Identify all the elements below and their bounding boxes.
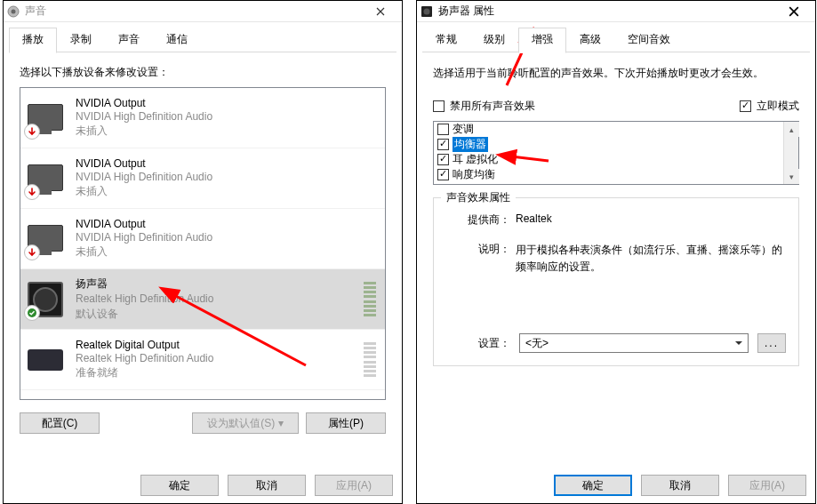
properties-button[interactable]: 属性(P): [306, 412, 386, 434]
desc-value: 用于模拟各种表演条件（如流行乐、直播、摇滚乐等）的频率响应的设置。: [516, 242, 786, 276]
device-name: 扬声器: [76, 276, 364, 292]
list-item[interactable]: 均衡器: [434, 137, 798, 152]
device-name: NVIDIA Output: [76, 157, 376, 170]
speaker-properties-window: 扬声器 属性 常规 级别 增强 高级 空间音效 选择适用于当前聆听配置的声音效果…: [416, 0, 816, 504]
titlebar: 声音: [4, 1, 402, 22]
list-item[interactable]: 响度均衡: [434, 167, 798, 182]
unplugged-icon: [24, 244, 40, 260]
svg-point-5: [424, 8, 430, 14]
tab-level[interactable]: 级别: [470, 28, 518, 52]
speaker-icon: [421, 5, 433, 18]
list-item[interactable]: NVIDIA Output NVIDIA High Definition Aud…: [20, 148, 385, 209]
set-default-label: 设为默认值(S): [207, 416, 275, 431]
level-meter: [364, 282, 376, 317]
apply-button[interactable]: 应用(A): [315, 475, 393, 496]
enhance-desc: 选择适用于当前聆听配置的声音效果。下次开始播放时更改才会生效。: [433, 65, 799, 81]
apply-button[interactable]: 应用(A): [728, 475, 806, 496]
sound-window: 声音 播放 录制 声音 通信 选择以下播放设备来修改设置：: [3, 0, 403, 504]
device-provider: NVIDIA High Definition Audio: [76, 170, 376, 184]
window-title: 声音: [25, 4, 363, 19]
ok-button[interactable]: 确定: [554, 475, 632, 496]
effect-label: 耳 虚拟化: [453, 152, 498, 167]
default-icon: [24, 305, 40, 321]
tab-playback[interactable]: 播放: [9, 28, 57, 53]
disable-all-checkbox[interactable]: [433, 100, 445, 112]
list-item[interactable]: NVIDIA Output NVIDIA High Definition Aud…: [20, 88, 385, 148]
tab-sounds[interactable]: 声音: [105, 28, 153, 52]
effect-checkbox[interactable]: [437, 124, 449, 135]
monitor-icon: [28, 161, 63, 196]
tab-spatial[interactable]: 空间音效: [614, 28, 684, 52]
close-button[interactable]: [363, 1, 398, 22]
device-status: 默认设备: [76, 307, 364, 322]
configure-button[interactable]: 配置(C): [20, 412, 100, 434]
effect-checkbox[interactable]: [437, 169, 449, 180]
device-status: 未插入: [76, 184, 376, 199]
device-name: NVIDIA Output: [76, 97, 376, 109]
effect-checkbox[interactable]: [437, 139, 449, 150]
setting-value: <无>: [525, 336, 549, 351]
immediate-label: 立即模式: [757, 99, 799, 114]
device-status: 准备就绪: [76, 365, 364, 380]
effects-list[interactable]: 变调 均衡器 耳 虚拟化 响度均衡 ▴ ▾: [433, 121, 799, 185]
level-meter: [364, 342, 376, 378]
speaker-system-icon: [7, 5, 20, 18]
list-item[interactable]: 变调: [434, 122, 798, 137]
tab-recording[interactable]: 录制: [57, 28, 105, 52]
effect-label: 均衡器: [453, 137, 488, 152]
device-provider: Realtek High Definition Audio: [76, 351, 364, 365]
tab-enhance[interactable]: 增强: [518, 28, 566, 53]
fx-frame-title: 声音效果属性: [441, 190, 516, 205]
ok-button[interactable]: 确定: [140, 475, 219, 496]
device-name: Realtek Digital Output: [76, 339, 364, 351]
tab-comm[interactable]: 通信: [153, 28, 201, 52]
tab-general[interactable]: 常规: [422, 28, 470, 52]
unplugged-icon: [24, 184, 40, 200]
setting-more-button[interactable]: ...: [757, 333, 786, 353]
cancel-button[interactable]: 取消: [641, 475, 719, 496]
set-default-button[interactable]: 设为默认值(S) ▾: [192, 412, 299, 434]
titlebar: 扬声器 属性: [417, 1, 815, 22]
window-title: 扬声器 属性: [438, 4, 776, 19]
provider-value: Realtek: [516, 212, 786, 228]
digital-out-icon: [28, 342, 63, 378]
setting-select[interactable]: <无>: [519, 333, 749, 353]
effect-label: 响度均衡: [453, 167, 495, 182]
provider-label: 提供商：: [446, 212, 510, 228]
scroll-up-icon[interactable]: ▴: [784, 122, 799, 137]
unplugged-icon: [24, 124, 40, 140]
cancel-button[interactable]: 取消: [228, 475, 306, 496]
device-provider: NVIDIA High Definition Audio: [76, 109, 376, 124]
device-provider: NVIDIA High Definition Audio: [76, 230, 376, 244]
instruction-text: 选择以下播放设备来修改设置：: [20, 65, 386, 80]
tabs-properties: 常规 级别 增强 高级 空间音效: [417, 22, 815, 52]
scrollbar[interactable]: ▴ ▾: [783, 122, 798, 184]
setting-label: 设置：: [446, 336, 510, 351]
immediate-checkbox[interactable]: [740, 100, 751, 112]
monitor-icon: [28, 100, 63, 136]
scroll-down-icon[interactable]: ▾: [784, 169, 799, 184]
fx-properties-frame: 声音效果属性 提供商： Realtek 说明： 用于模拟各种表演条件（如流行乐、…: [433, 197, 799, 366]
list-item[interactable]: 耳 虚拟化: [434, 152, 798, 167]
svg-point-1: [12, 9, 16, 13]
speaker-icon: [28, 282, 63, 317]
effect-checkbox[interactable]: [437, 154, 449, 165]
device-name: NVIDIA Output: [76, 218, 376, 230]
disable-all-label: 禁用所有声音效果: [450, 99, 535, 114]
desc-label: 说明：: [446, 242, 510, 276]
effect-label: 变调: [453, 122, 474, 137]
device-provider: Realtek High Definition Audio: [76, 292, 364, 306]
close-button[interactable]: [776, 1, 812, 22]
device-status: 未插入: [76, 244, 376, 260]
device-list[interactable]: NVIDIA Output NVIDIA High Definition Aud…: [20, 87, 386, 400]
monitor-icon: [28, 221, 63, 257]
tabs-playback: 播放 录制 声音 通信: [4, 22, 402, 52]
list-item[interactable]: 扬声器 Realtek High Definition Audio 默认设备: [20, 269, 385, 330]
list-item[interactable]: Realtek Digital Output Realtek High Defi…: [20, 330, 385, 390]
device-status: 未插入: [76, 124, 376, 139]
list-item[interactable]: NVIDIA Output NVIDIA High Definition Aud…: [20, 209, 385, 269]
tab-advanced[interactable]: 高级: [566, 28, 614, 52]
